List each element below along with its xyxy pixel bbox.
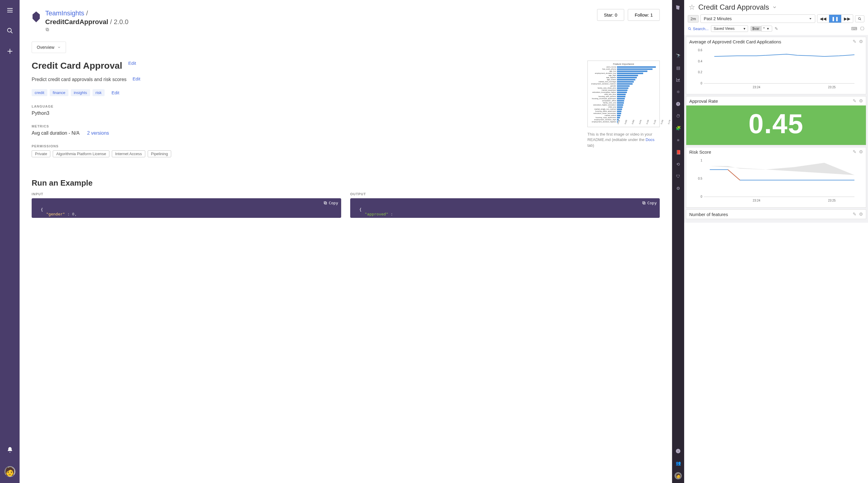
risk-score-chart: 00.5123:2423:25 [689, 158, 863, 203]
input-code-block[interactable]: Copy { "gender" : 0, [32, 198, 341, 218]
tag-risk[interactable]: risk [93, 89, 104, 96]
breadcrumb-team[interactable]: TeamInsights [45, 9, 84, 17]
edit-widget-icon[interactable]: ✎ [852, 39, 857, 44]
svg-rect-12 [643, 201, 645, 204]
svg-text:23:24: 23:24 [752, 86, 760, 89]
svg-text:0: 0 [701, 82, 702, 85]
pause-button[interactable]: ❚❚ [829, 15, 841, 23]
edit-widget-icon[interactable]: ✎ [852, 98, 857, 104]
search-icon[interactable] [6, 27, 14, 35]
input-label: INPUT [32, 192, 341, 196]
help-icon[interactable]: ? [675, 448, 681, 454]
notebooks-icon[interactable]: 📕 [675, 149, 681, 155]
step-back-button[interactable]: ◀◀ [817, 15, 829, 23]
star-dashboard-icon[interactable]: ☆ [689, 3, 695, 11]
widget-settings-icon[interactable]: ⚙ [859, 149, 863, 155]
alerts-icon[interactable] [675, 101, 681, 107]
svg-rect-7 [47, 29, 49, 31]
apm-icon[interactable]: ⏱ [675, 113, 681, 119]
svg-text:0.6: 0.6 [698, 49, 702, 52]
template-variable[interactable]: $var*▾ [750, 26, 772, 32]
svg-text:0: 0 [701, 195, 702, 198]
time-range-select[interactable]: Past 2 Minutes [701, 14, 815, 23]
svg-rect-10 [324, 201, 326, 204]
copy-input-button[interactable]: Copy [323, 201, 338, 205]
keyboard-icon[interactable]: ⌨ [851, 26, 857, 31]
feature-importance-chart: Feature Importance owns_homehas_work_pho… [587, 61, 660, 127]
screen-icon[interactable]: 🖵 [860, 26, 864, 31]
avg-approved-chart: 00.20.40.623:2423:25 [689, 48, 863, 90]
chevron-down-icon [57, 45, 61, 49]
tag-insights[interactable]: insights [71, 89, 90, 96]
user-avatar[interactable]: 🧑 [4, 466, 16, 477]
widget-settings-icon[interactable]: ⚙ [859, 212, 863, 217]
chevron-down-icon[interactable] [772, 5, 777, 10]
step-forward-button[interactable]: ▶▶ [841, 15, 853, 23]
logs-icon[interactable]: ≡ [675, 137, 681, 143]
permission-badge: Pipelining [148, 150, 171, 157]
metrics-label: METRICS [32, 124, 572, 128]
language-label: LANGUAGE [32, 104, 572, 108]
zoom-button[interactable] [855, 15, 864, 22]
permission-badge: Internet Access [112, 150, 145, 157]
notifications-icon[interactable] [6, 446, 14, 454]
tag-credit[interactable]: credit [32, 89, 47, 96]
time-short-pill[interactable]: 2m [688, 15, 699, 23]
dash-avatar[interactable]: 🧑 [675, 472, 682, 479]
widget-settings-icon[interactable]: ⚙ [859, 98, 863, 104]
metrics-icon[interactable] [675, 77, 681, 83]
menu-icon[interactable] [6, 6, 14, 14]
svg-rect-8 [46, 28, 48, 30]
edit-widget-icon[interactable]: ✎ [852, 212, 857, 217]
algorithm-title: Credit Card Approval [32, 61, 122, 71]
breadcrumb-name: CreditCardApproval [45, 18, 108, 26]
edit-title-link[interactable]: Edit [128, 61, 136, 66]
readme-note: This is the first image or video in your… [587, 132, 660, 148]
versions-link[interactable]: 2 versions [87, 130, 109, 136]
binoculars-icon[interactable]: 🔭 [675, 53, 681, 59]
settings-icon[interactable]: ⚙ [675, 185, 681, 191]
svg-rect-9 [324, 202, 327, 204]
dashboard-title: Credit Card Approvals [698, 3, 769, 11]
edit-vars-icon[interactable]: ✎ [775, 26, 778, 31]
copy-output-button[interactable]: Copy [642, 201, 657, 205]
edit-widget-icon[interactable]: ✎ [852, 149, 857, 155]
list-icon[interactable]: ▤ [675, 65, 681, 71]
svg-point-3 [7, 28, 11, 32]
breadcrumb-version: 2.0.0 [114, 18, 128, 26]
card-title-nfeat: Number of features [689, 212, 728, 217]
chevron-down-icon [809, 17, 812, 20]
svg-marker-18 [809, 18, 812, 19]
docs-tab-link[interactable]: Docs [646, 137, 655, 142]
saved-views-select[interactable]: Saved Views▾ [711, 25, 748, 32]
integrations-icon[interactable]: 🧩 [675, 125, 681, 131]
algorithm-description: Predict credit card approvals and risk s… [32, 76, 127, 83]
edit-tags-link[interactable]: Edit [112, 90, 119, 95]
breadcrumb-sep2: / [110, 18, 112, 26]
svg-text:?: ? [678, 450, 679, 453]
metrics-value: Avg call duration - N/A [32, 130, 80, 136]
svg-line-4 [10, 32, 12, 33]
dashboard-search[interactable]: Search... [688, 27, 709, 31]
add-icon[interactable] [6, 47, 14, 56]
datadog-logo-icon[interactable] [675, 4, 681, 10]
overview-dropdown[interactable]: Overview [32, 41, 66, 53]
infrastructure-icon[interactable]: ⚛ [675, 89, 681, 95]
overview-label: Overview [37, 45, 54, 50]
svg-text:1: 1 [701, 159, 702, 162]
follow-button[interactable]: Follow: 1 [628, 9, 660, 21]
tag-finance[interactable]: finance [50, 89, 68, 96]
output-code-block: Copy { "approved" : [350, 198, 660, 218]
svg-text:23:25: 23:25 [828, 199, 835, 202]
security-icon[interactable]: 🛡 [675, 173, 681, 179]
run-example-heading: Run an Example [32, 179, 660, 188]
team-icon[interactable]: 👥 [675, 460, 681, 466]
star-button[interactable]: Star: 0 [597, 9, 624, 21]
synthetics-icon[interactable]: ⟲ [675, 161, 681, 167]
edit-desc-link[interactable]: Edit [133, 76, 141, 82]
copy-path-icon[interactable] [45, 27, 128, 33]
output-label: OUTPUT [350, 192, 660, 196]
widget-settings-icon[interactable]: ⚙ [859, 39, 863, 44]
approval-rate-value: 0.45 [686, 105, 866, 145]
svg-rect-11 [643, 202, 645, 204]
